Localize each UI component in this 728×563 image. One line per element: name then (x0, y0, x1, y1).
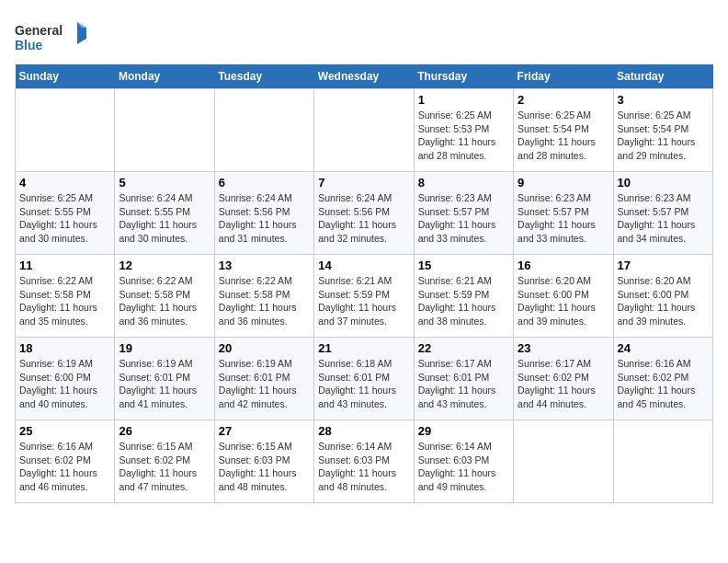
table-cell (314, 89, 414, 172)
table-cell (16, 89, 115, 172)
day-number: 3 (618, 93, 709, 107)
table-cell: 1Sunrise: 6:25 AMSunset: 5:53 PMDaylight… (414, 89, 513, 172)
table-cell: 9Sunrise: 6:23 AMSunset: 5:57 PMDaylight… (514, 172, 613, 255)
table-cell: 22Sunrise: 6:17 AMSunset: 6:01 PMDayligh… (414, 338, 513, 420)
day-number: 15 (418, 259, 509, 272)
week-row-5: 25Sunrise: 6:16 AMSunset: 6:02 PMDayligh… (16, 420, 713, 503)
weekday-header-thursday: Thursday (414, 64, 513, 89)
day-number: 4 (19, 176, 110, 190)
day-number: 5 (119, 176, 210, 190)
table-cell: 18Sunrise: 6:19 AMSunset: 6:00 PMDayligh… (16, 338, 115, 420)
table-cell: 4Sunrise: 6:25 AMSunset: 5:55 PMDaylight… (16, 172, 115, 255)
day-number: 18 (19, 341, 110, 355)
day-number: 23 (518, 341, 609, 355)
day-info: Sunrise: 6:23 AMSunset: 5:57 PMDaylight:… (418, 191, 509, 246)
day-info: Sunrise: 6:19 AMSunset: 6:01 PMDaylight:… (119, 357, 210, 411)
day-number: 25 (19, 424, 110, 438)
day-info: Sunrise: 6:23 AMSunset: 5:57 PMDaylight:… (618, 191, 709, 246)
day-number: 8 (418, 176, 509, 190)
day-info: Sunrise: 6:20 AMSunset: 6:00 PMDaylight:… (518, 274, 609, 328)
table-cell: 15Sunrise: 6:21 AMSunset: 5:59 PMDayligh… (414, 255, 513, 338)
table-cell: 10Sunrise: 6:23 AMSunset: 5:57 PMDayligh… (613, 172, 712, 255)
day-number: 24 (618, 341, 709, 355)
calendar-table: SundayMondayTuesdayWednesdayThursdayFrid… (15, 64, 713, 503)
table-cell: 25Sunrise: 6:16 AMSunset: 6:02 PMDayligh… (16, 420, 115, 503)
day-info: Sunrise: 6:17 AMSunset: 6:02 PMDaylight:… (518, 357, 609, 411)
day-number: 9 (518, 176, 609, 190)
day-info: Sunrise: 6:21 AMSunset: 5:59 PMDaylight:… (418, 274, 509, 328)
table-cell: 28Sunrise: 6:14 AMSunset: 6:03 PMDayligh… (314, 420, 414, 503)
weekday-header-tuesday: Tuesday (214, 64, 313, 89)
day-number: 10 (618, 176, 709, 190)
table-cell: 21Sunrise: 6:18 AMSunset: 6:01 PMDayligh… (314, 338, 414, 420)
table-cell: 14Sunrise: 6:21 AMSunset: 5:59 PMDayligh… (314, 255, 414, 338)
day-number: 28 (318, 424, 409, 438)
table-cell: 7Sunrise: 6:24 AMSunset: 5:56 PMDaylight… (314, 172, 414, 255)
day-info: Sunrise: 6:24 AMSunset: 5:56 PMDaylight:… (318, 191, 409, 246)
day-info: Sunrise: 6:16 AMSunset: 6:02 PMDaylight:… (618, 357, 709, 411)
svg-text:General: General (15, 23, 63, 38)
week-row-1: 1Sunrise: 6:25 AMSunset: 5:53 PMDaylight… (16, 89, 713, 172)
day-number: 13 (219, 259, 310, 272)
table-cell: 23Sunrise: 6:17 AMSunset: 6:02 PMDayligh… (514, 338, 613, 420)
day-number: 21 (318, 341, 409, 355)
table-cell: 11Sunrise: 6:22 AMSunset: 5:58 PMDayligh… (16, 255, 115, 338)
day-info: Sunrise: 6:20 AMSunset: 6:00 PMDaylight:… (618, 274, 709, 328)
table-cell (214, 89, 313, 172)
weekday-header-row: SundayMondayTuesdayWednesdayThursdayFrid… (16, 64, 713, 89)
svg-text:Blue: Blue (15, 38, 43, 52)
table-cell: 3Sunrise: 6:25 AMSunset: 5:54 PMDaylight… (613, 89, 712, 172)
weekday-header-friday: Friday (514, 64, 613, 89)
day-info: Sunrise: 6:22 AMSunset: 5:58 PMDaylight:… (119, 274, 210, 328)
table-cell: 16Sunrise: 6:20 AMSunset: 6:00 PMDayligh… (514, 255, 613, 338)
day-number: 11 (19, 259, 110, 272)
week-row-2: 4Sunrise: 6:25 AMSunset: 5:55 PMDaylight… (16, 172, 713, 255)
day-number: 17 (618, 259, 709, 272)
table-cell: 12Sunrise: 6:22 AMSunset: 5:58 PMDayligh… (115, 255, 214, 338)
weekday-header-saturday: Saturday (613, 64, 712, 89)
day-info: Sunrise: 6:25 AMSunset: 5:53 PMDaylight:… (418, 109, 509, 163)
day-info: Sunrise: 6:25 AMSunset: 5:54 PMDaylight:… (618, 109, 709, 163)
day-info: Sunrise: 6:16 AMSunset: 6:02 PMDaylight:… (19, 440, 110, 494)
week-row-3: 11Sunrise: 6:22 AMSunset: 5:58 PMDayligh… (16, 255, 713, 338)
table-cell: 26Sunrise: 6:15 AMSunset: 6:02 PMDayligh… (115, 420, 214, 503)
day-info: Sunrise: 6:23 AMSunset: 5:57 PMDaylight:… (518, 191, 609, 246)
weekday-header-sunday: Sunday (16, 64, 115, 89)
day-info: Sunrise: 6:25 AMSunset: 5:55 PMDaylight:… (19, 191, 110, 246)
day-number: 1 (418, 93, 509, 107)
table-cell: 24Sunrise: 6:16 AMSunset: 6:02 PMDayligh… (613, 338, 712, 420)
week-row-4: 18Sunrise: 6:19 AMSunset: 6:00 PMDayligh… (16, 338, 713, 420)
logo-icon: General Blue (15, 18, 88, 55)
weekday-header-wednesday: Wednesday (314, 64, 414, 89)
day-number: 7 (318, 176, 409, 190)
day-info: Sunrise: 6:24 AMSunset: 5:56 PMDaylight:… (219, 191, 310, 246)
day-info: Sunrise: 6:19 AMSunset: 6:00 PMDaylight:… (19, 357, 110, 411)
table-cell (613, 420, 712, 503)
table-cell: 2Sunrise: 6:25 AMSunset: 5:54 PMDaylight… (514, 89, 613, 172)
day-number: 12 (119, 259, 210, 272)
table-cell: 20Sunrise: 6:19 AMSunset: 6:01 PMDayligh… (214, 338, 313, 420)
day-info: Sunrise: 6:15 AMSunset: 6:03 PMDaylight:… (219, 440, 310, 494)
day-info: Sunrise: 6:22 AMSunset: 5:58 PMDaylight:… (19, 274, 110, 328)
table-cell: 17Sunrise: 6:20 AMSunset: 6:00 PMDayligh… (613, 255, 712, 338)
day-number: 16 (518, 259, 609, 272)
day-number: 6 (219, 176, 310, 190)
table-cell: 13Sunrise: 6:22 AMSunset: 5:58 PMDayligh… (214, 255, 313, 338)
table-cell: 8Sunrise: 6:23 AMSunset: 5:57 PMDaylight… (414, 172, 513, 255)
day-number: 22 (418, 341, 509, 355)
day-number: 20 (219, 341, 310, 355)
day-number: 26 (119, 424, 210, 438)
day-info: Sunrise: 6:24 AMSunset: 5:55 PMDaylight:… (119, 191, 210, 246)
day-number: 19 (119, 341, 210, 355)
table-cell (514, 420, 613, 503)
page-header: General Blue (15, 15, 713, 55)
day-number: 14 (318, 259, 409, 272)
table-cell (115, 89, 214, 172)
day-info: Sunrise: 6:19 AMSunset: 6:01 PMDaylight:… (219, 357, 310, 411)
day-number: 29 (418, 424, 509, 438)
table-cell: 29Sunrise: 6:14 AMSunset: 6:03 PMDayligh… (414, 420, 513, 503)
day-info: Sunrise: 6:22 AMSunset: 5:58 PMDaylight:… (219, 274, 310, 328)
day-info: Sunrise: 6:14 AMSunset: 6:03 PMDaylight:… (418, 440, 509, 494)
table-cell: 27Sunrise: 6:15 AMSunset: 6:03 PMDayligh… (214, 420, 313, 503)
day-info: Sunrise: 6:15 AMSunset: 6:02 PMDaylight:… (119, 440, 210, 494)
